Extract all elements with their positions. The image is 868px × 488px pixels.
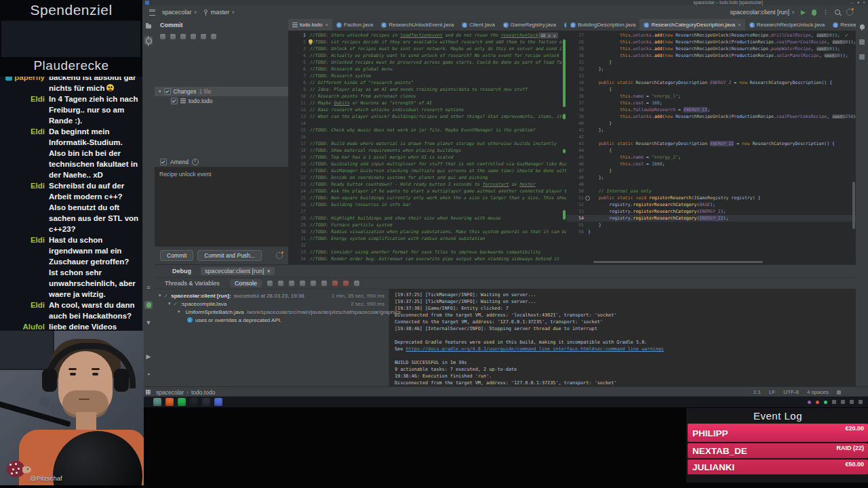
window-controls[interactable]: –▾× [851,0,865,5]
run-console[interactable]: [19:37:25] [TickManager/INFO]: Waiting o… [389,289,856,387]
run-config-selector[interactable]: spacecolar:client [run]∨ [730,9,795,16]
amend-checkbox[interactable] [160,159,167,165]
taskbar-app-firefox[interactable] [165,398,174,406]
vcs-update-button[interactable]: ▼ [144,319,153,327]
toolbar-icon[interactable] [160,34,165,39]
breadcrumb-project[interactable]: spacecolar [156,389,184,396]
file-encoding[interactable]: UTF-8 [783,389,799,395]
vertical-scrollbar[interactable] [852,182,855,229]
chat-username[interactable]: Eldi [1,94,45,126]
changes-checkbox[interactable] [164,88,171,95]
chat-username[interactable]: Eldi [1,235,45,300]
editor-tab-buildingdescription-java[interactable]: BuildingDescription.java [566,19,639,30]
debug-tool-button[interactable] [144,301,153,309]
debug-run-tab[interactable]: spacecolar:client [run]× [201,267,275,275]
changed-file-row[interactable]: todo.todo [155,96,288,106]
project-tool-button[interactable] [144,22,153,30]
toolbar-icon[interactable] [289,281,294,286]
next-problem-icon[interactable]: ∨ [553,33,556,39]
tray-icon[interactable] [832,400,836,404]
chat-username[interactable]: Eldi [1,126,45,180]
editor-tab-researchcategorydescription-java[interactable]: ResearchCategoryDescription.java× [639,19,745,30]
tab-close-icon[interactable]: × [325,22,328,28]
taskbar-app-clock[interactable] [190,398,198,406]
editor-tab-client-java[interactable]: Client.java [458,19,498,30]
editor-tab-net[interactable]: Net [560,19,566,30]
branch-selector[interactable]: master∨ [204,9,235,16]
settings-gear-icon[interactable] [846,9,853,16]
taskbar-app-chat-app[interactable] [214,398,222,406]
chevron-expanded-icon[interactable]: ▾ [168,301,171,306]
maximize-icon[interactable]: ▾ [857,0,859,5]
notifications-button[interactable] [858,22,866,30]
tool-windows-grid-icon[interactable] [146,390,151,394]
toolbar-icon[interactable] [343,281,349,286]
gradle-tool-button[interactable] [858,38,866,46]
editor-tab-todo-todo[interactable]: todo.todo× [288,19,332,30]
horizontal-scrollbar[interactable] [593,261,763,263]
tab-console[interactable]: Console [230,279,262,287]
tray-icon[interactable] [859,400,863,404]
prev-problem-icon[interactable]: ∧ [547,33,551,39]
build-tree-row[interactable]: uses or overrides a deprecated API. [155,316,389,324]
tab-close-icon[interactable]: × [738,22,741,28]
toolbar-icon[interactable] [267,281,273,286]
toolbar-icon[interactable] [311,281,316,286]
close-icon[interactable]: × [863,0,865,5]
changes-group-row[interactable]: ▾ Changes 1 file [155,87,288,96]
console-link[interactable]: https://docs.gradle.org/4.8.1/userguide/… [406,346,664,352]
project-selector[interactable]: spacecolar∨ [162,9,197,16]
commit-settings-gear-icon[interactable] [276,252,283,259]
taskbar-app-spotify[interactable] [178,398,186,406]
toolbar-icon[interactable] [321,281,327,286]
file-checkbox[interactable] [171,98,178,104]
toolbar-icon[interactable] [180,34,186,39]
main-menu-icon[interactable] [149,9,155,16]
tray-icon[interactable] [850,400,854,404]
tray-icon[interactable] [841,400,845,404]
intention-bulb-icon[interactable] [309,39,313,43]
todo-editor[interactable]: 1//TODO: Store unlocked recipes in loadf… [288,30,566,264]
line-separator[interactable]: LF [769,389,775,395]
inspections-widget[interactable]: 48 ∧∨ [538,33,558,39]
toolbar-icon[interactable] [191,34,196,39]
run-button[interactable]: ▶ [801,9,806,16]
run-tool-button[interactable]: ▶ [144,352,153,361]
chat-username[interactable]: Eldi [1,300,45,321]
toolbar-icon[interactable] [300,281,305,286]
toolbar-icon[interactable] [332,281,338,286]
run-gutter-icon[interactable] [585,196,590,201]
commit-tool-button[interactable] [144,37,153,45]
terminal-tool-button[interactable]: ▪ [144,370,153,378]
close-icon[interactable]: × [267,268,271,274]
toolbar-icon[interactable] [201,34,206,39]
editor-tab-researchunlockevent-java[interactable]: ResearchUnlockEvent.java [377,19,458,30]
java-editor[interactable]: 27 this.unlocks.add(new ResearchRecipeUn… [566,30,856,264]
chat-username[interactable]: Eldi [1,180,45,235]
chat-username[interactable]: paperfly [1,77,45,94]
indent-setting[interactable]: 4 spaces [807,389,829,395]
editor-tab-researchunlock-java[interactable]: ResearchUnlock.java [829,19,856,30]
chevron-expanded-icon[interactable]: ▾ [159,89,161,94]
search-icon[interactable] [835,9,840,15]
build-tree-row[interactable]: ▾UniformSpriteBatch.java/work/spacecolar… [155,308,389,316]
editor-tab-gameregistry-java[interactable]: GameRegistry.java [499,19,560,30]
toolbar-icon[interactable] [170,34,176,39]
chevron-expanded-icon[interactable]: ▾ [159,293,161,298]
commit-button[interactable]: Commit [160,250,193,261]
editor-tab-researchrecipeunlock-java[interactable]: ResearchRecipeUnlock.java [745,19,829,30]
editor-tab-faction-java[interactable]: Faction.java [332,19,377,30]
maven-tool-button[interactable] [858,53,866,61]
build-tree-row[interactable]: ▾✓:spacecompileJava2 sec, 990 ms [155,300,389,308]
lock-icon[interactable] [837,390,841,394]
chevron-expanded-icon[interactable]: ▾ [178,309,180,314]
breadcrumb-file[interactable]: todo.todo [191,389,215,396]
build-tree-row[interactable]: ▾✓spacecolar:client [run]:successful at … [155,291,389,300]
toolbar-icon[interactable] [278,281,283,286]
more-actions-icon[interactable]: ⋮ [823,9,829,16]
commit-message-input[interactable]: Recipe unlock event [155,167,288,247]
tab-threads-variables[interactable]: Threads & Variables [160,279,224,287]
chat-username[interactable]: Alufol [1,321,45,331]
commit-and-push-button[interactable]: Commit and Push... [197,250,262,261]
toolbar-icon[interactable] [354,281,359,286]
